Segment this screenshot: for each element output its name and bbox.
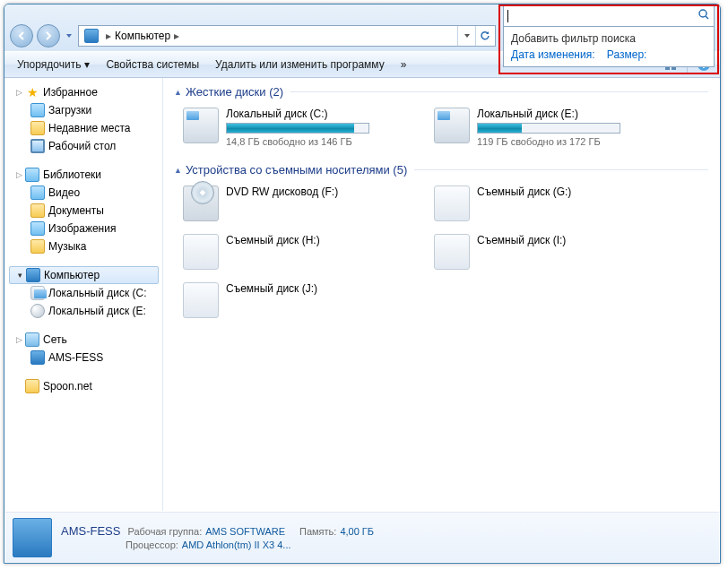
details-pane: AMS-FESS Рабочая группа: AMS SOFTWARE Па… bbox=[5, 512, 719, 562]
sidebar-network[interactable]: ▷Сеть bbox=[5, 331, 162, 349]
breadcrumb-label: Компьютер bbox=[115, 30, 170, 42]
sidebar-documents[interactable]: Документы bbox=[5, 202, 162, 220]
computer-icon bbox=[30, 350, 45, 365]
drive-label: Съемный диск (J:) bbox=[226, 282, 317, 295]
search-input[interactable] bbox=[503, 5, 715, 27]
navigation-pane: ▷★Избранное Загрузки Недавние места Рабо… bbox=[5, 78, 163, 511]
drive-removable-g[interactable]: Съемный диск (G:) bbox=[430, 182, 654, 225]
star-icon: ★ bbox=[25, 85, 39, 99]
sidebar-downloads[interactable]: Загрузки bbox=[5, 101, 162, 119]
svg-point-4 bbox=[699, 10, 706, 17]
removable-drive-icon bbox=[434, 185, 470, 221]
system-properties-button[interactable]: Свойства системы bbox=[100, 56, 204, 73]
drive-removable-i[interactable]: Съемный диск (I:) bbox=[430, 230, 654, 273]
search-filter-dropdown: Добавить фильтр поиска Дата изменения: Р… bbox=[503, 27, 715, 67]
sidebar-pictures[interactable]: Изображения bbox=[5, 220, 162, 237]
group-removable[interactable]: ▲Устройства со съемными носителями (5) bbox=[174, 163, 708, 177]
workgroup-label: Рабочая группа: bbox=[127, 526, 202, 537]
details-name: AMS-FESS bbox=[61, 524, 120, 538]
computer-icon bbox=[13, 518, 52, 557]
drive-label: DVD RW дисковод (F:) bbox=[226, 185, 338, 198]
search-field[interactable] bbox=[508, 10, 694, 22]
drive-local-e[interactable]: Локальный диск (E:) 119 ГБ свободно из 1… bbox=[430, 104, 654, 151]
drive-removable-h[interactable]: Съемный диск (H:) bbox=[179, 230, 403, 273]
search-icon[interactable] bbox=[698, 8, 710, 23]
sidebar-libraries[interactable]: ▷Библиотеки bbox=[5, 166, 162, 184]
forward-button[interactable] bbox=[37, 24, 60, 47]
organize-menu[interactable]: Упорядочить▾ bbox=[12, 56, 95, 73]
capacity-bar bbox=[477, 123, 620, 134]
downloads-icon bbox=[30, 103, 45, 117]
workgroup-value: AMS SOFTWARE bbox=[205, 526, 285, 537]
hdd-icon bbox=[183, 108, 219, 143]
videos-icon bbox=[30, 185, 45, 200]
sidebar-recent[interactable]: Недавние места bbox=[5, 119, 162, 137]
processor-value: AMD Athlon(tm) II X3 4... bbox=[182, 539, 291, 550]
hdd-icon bbox=[434, 108, 470, 143]
sidebar-favorites[interactable]: ▷★Избранное bbox=[5, 83, 162, 101]
sidebar-desktop[interactable]: Рабочий стол bbox=[5, 137, 162, 155]
sidebar-local-disk-e[interactable]: Локальный диск (E: bbox=[5, 302, 162, 320]
drive-label: Съемный диск (G:) bbox=[477, 185, 571, 198]
removable-drive-icon bbox=[183, 234, 219, 270]
removable-drive-icon bbox=[434, 234, 470, 270]
hdd-icon bbox=[30, 304, 45, 318]
removable-drive-icon bbox=[183, 282, 219, 318]
filter-date-modified[interactable]: Дата изменения: bbox=[511, 48, 595, 61]
group-hard-disks[interactable]: ▲Жесткие диски (2) bbox=[174, 85, 708, 99]
sidebar-network-host[interactable]: AMS-FESS bbox=[5, 349, 162, 367]
drive-local-c[interactable]: Локальный диск (C:) 14,8 ГБ свободно из … bbox=[179, 104, 403, 151]
refresh-button[interactable] bbox=[475, 26, 493, 46]
search-filter-heading: Добавить фильтр поиска bbox=[511, 32, 706, 45]
computer-icon bbox=[26, 268, 40, 282]
music-icon bbox=[30, 239, 45, 254]
free-space-label: 14,8 ГБ свободно из 146 ГБ bbox=[226, 136, 369, 147]
back-button[interactable] bbox=[10, 24, 33, 47]
processor-label: Процессор: bbox=[126, 539, 178, 550]
address-bar[interactable]: ▸ Компьютер ▸ bbox=[78, 25, 496, 47]
sidebar-videos[interactable]: Видео bbox=[5, 184, 162, 202]
uninstall-change-program-button[interactable]: Удалить или изменить программу bbox=[210, 56, 390, 73]
computer-icon bbox=[84, 29, 99, 43]
chevron-right-icon: ▸ bbox=[102, 30, 115, 42]
drive-label: Локальный диск (E:) bbox=[477, 108, 620, 120]
content-pane: ▲Жесткие диски (2) Локальный диск (C:) 1… bbox=[163, 78, 719, 511]
sidebar-music[interactable]: Музыка bbox=[5, 237, 162, 255]
address-dropdown[interactable] bbox=[457, 26, 475, 46]
filter-size[interactable]: Размер: bbox=[607, 48, 647, 61]
desktop-icon bbox=[30, 139, 45, 153]
recent-icon bbox=[30, 121, 45, 135]
drive-dvd-f[interactable]: DVD RW дисковод (F:) bbox=[179, 182, 403, 225]
memory-value: 4,00 ГБ bbox=[340, 526, 374, 537]
pictures-icon bbox=[30, 221, 45, 236]
folder-icon bbox=[25, 379, 39, 393]
memory-label: Память: bbox=[299, 526, 336, 537]
documents-icon bbox=[30, 203, 45, 218]
drive-label: Съемный диск (I:) bbox=[477, 234, 566, 246]
drive-label: Съемный диск (H:) bbox=[226, 234, 320, 246]
dvd-drive-icon bbox=[183, 185, 219, 221]
drive-label: Локальный диск (C:) bbox=[226, 108, 369, 120]
libraries-icon bbox=[25, 168, 39, 182]
breadcrumb-computer[interactable]: ▸ Компьютер ▸ bbox=[81, 26, 186, 46]
drive-removable-j[interactable]: Съемный диск (J:) bbox=[179, 279, 403, 322]
free-space-label: 119 ГБ свободно из 172 ГБ bbox=[477, 136, 620, 147]
svg-line-5 bbox=[706, 16, 708, 19]
nav-history-dropdown[interactable] bbox=[64, 27, 74, 45]
capacity-bar bbox=[226, 123, 369, 134]
sidebar-computer[interactable]: ▾Компьютер bbox=[9, 266, 159, 284]
sidebar-local-disk-c[interactable]: Локальный диск (C: bbox=[5, 284, 162, 302]
chevron-right-icon[interactable]: ▸ bbox=[170, 30, 183, 42]
hdd-icon bbox=[30, 286, 45, 300]
toolbar-overflow[interactable]: » bbox=[395, 56, 412, 73]
network-icon bbox=[25, 332, 39, 347]
sidebar-spoon-net[interactable]: Spoon.net bbox=[5, 377, 162, 395]
